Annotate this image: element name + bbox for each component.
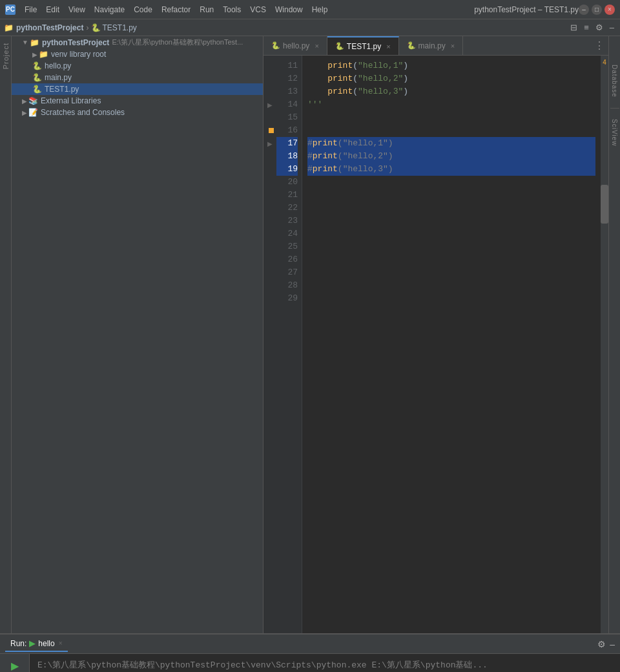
tree-item-ext-libs[interactable]: ▶ 📚 External Libraries	[12, 95, 263, 107]
code-comment-19-rest: ("hello,3")	[338, 163, 393, 176]
menu-view[interactable]: View	[65, 4, 89, 16]
database-icon[interactable]: Database	[610, 62, 619, 100]
code-line-17: # print("hello,1")	[307, 137, 595, 150]
tree-hello-label: hello.py	[45, 61, 71, 70]
tree-main-label: main.py	[45, 73, 72, 82]
menu-tools[interactable]: Tools	[219, 4, 245, 16]
code-comment-17-rest: ("hello,1")	[338, 137, 393, 150]
menu-run[interactable]: Run	[196, 4, 218, 16]
menu-navigate[interactable]: Navigate	[90, 4, 129, 16]
hide-panel-icon[interactable]: –	[608, 21, 616, 34]
project-tabbar: 📁 pythonTestProject › 🐍 TEST1.py ⊟ ≡ ⚙ –	[0, 19, 620, 36]
run-tabbar: Run: ▶ hello × ⚙ –	[0, 635, 620, 654]
ln-11: 11	[276, 59, 298, 72]
collapse-all-icon[interactable]: ⊟	[568, 21, 579, 34]
code-close-12: )	[403, 72, 408, 85]
test1-tab-label: TEST1.py	[347, 42, 381, 51]
main-tab-label: main.py	[418, 41, 446, 50]
gutter-19	[264, 163, 276, 176]
ext-libs-icon: 📚	[28, 96, 38, 105]
run-tab-hello[interactable]: Run: ▶ hello ×	[5, 636, 68, 652]
ln-20: 20	[276, 176, 298, 189]
code-line-14: '''	[307, 98, 595, 111]
code-line-12: print("hello,2")	[307, 72, 595, 85]
run-settings-icon[interactable]: ⚙	[597, 639, 606, 649]
run-tab-close[interactable]: ×	[59, 640, 63, 647]
code-line-20	[307, 176, 595, 189]
project-name[interactable]: pythonTestProject	[16, 23, 83, 32]
run-name-label: hello	[38, 639, 54, 648]
fold-icon-14[interactable]: ▶	[267, 101, 273, 109]
code-comment-18-rest: ("hello,2")	[338, 150, 393, 163]
ln-18: 18	[276, 150, 298, 163]
run-minimize-icon[interactable]: –	[610, 639, 615, 649]
tree-item-test1[interactable]: 🐍 TEST1.py	[12, 83, 263, 95]
tab-hello[interactable]: 🐍 hello.py ×	[264, 36, 327, 55]
menu-code[interactable]: Code	[130, 4, 156, 16]
tab-test1[interactable]: 🐍 TEST1.py ×	[327, 36, 399, 55]
tab-main[interactable]: 🐍 main.py ×	[399, 36, 463, 55]
tree-item-main[interactable]: 🐍 main.py	[12, 72, 263, 83]
project-vertical-label[interactable]: Project	[2, 43, 10, 69]
tree-item-hello[interactable]: 🐍 hello.py	[12, 60, 263, 72]
close-button[interactable]: ×	[604, 5, 615, 15]
settings-icon[interactable]: ⚙	[594, 21, 605, 34]
ln-14: 14	[276, 98, 298, 111]
test1-tab-close[interactable]: ×	[386, 43, 390, 50]
menu-refactor[interactable]: Refactor	[158, 4, 194, 16]
gutter-11	[264, 59, 276, 72]
ext-libs-arrow: ▶	[22, 98, 27, 105]
breadcrumb-separator: ›	[86, 23, 88, 32]
tree-item-venv[interactable]: ▶ 📁 venv library root	[12, 48, 263, 60]
code-gutter: ▶ ▶	[264, 56, 276, 633]
code-comment-18: #	[307, 150, 313, 163]
maximize-button[interactable]: □	[592, 5, 602, 15]
current-file[interactable]: TEST1.py	[102, 23, 136, 32]
ln-26: 26	[276, 253, 298, 266]
menu-help[interactable]: Help	[308, 4, 332, 16]
ln-29: 29	[276, 292, 298, 305]
code-close-13: )	[403, 85, 408, 98]
gutter-15	[264, 111, 276, 124]
minimize-button[interactable]: –	[579, 5, 589, 15]
run-settings: ⚙ –	[597, 639, 615, 649]
code-content[interactable]: print("hello,1") print("hello,2") print(…	[302, 56, 601, 633]
tree-ext-libs-label: External Libraries	[41, 96, 101, 105]
tree-root-name: pythonTestProject	[42, 38, 109, 47]
run-output: E:\第八星系\python基础教程\pythonTestProject\ven…	[30, 654, 620, 672]
ln-19: 19	[276, 163, 298, 176]
test1-tab-icon: 🐍	[335, 42, 344, 50]
code-line-16	[307, 124, 595, 137]
menu-file[interactable]: File	[21, 4, 41, 16]
ln-17: 17	[276, 137, 298, 150]
main-tab-close[interactable]: ×	[451, 42, 455, 50]
hello-py-icon: 🐍	[32, 61, 42, 70]
sciview-icon[interactable]: SciView	[610, 116, 619, 149]
test1-py-icon: 🐍	[32, 85, 42, 94]
project-folder-icon: 📁	[30, 38, 39, 47]
scrollbar-track[interactable]: 4	[601, 56, 608, 633]
scroll-to-source-icon[interactable]: ≡	[582, 21, 591, 34]
project-folder-icon: 📁	[4, 23, 14, 32]
menu-window[interactable]: Window	[271, 4, 307, 16]
app-logo: PC	[5, 5, 16, 15]
code-line-28	[307, 279, 595, 292]
tree-item-scratches[interactable]: ▶ 📝 Scratches and Consoles	[12, 107, 263, 118]
tab-overflow-icon[interactable]: ⋮	[594, 39, 604, 52]
tree-root[interactable]: ▼ 📁 pythonTestProject E:\第八星系\python基础教程…	[12, 36, 263, 48]
menu-vcs[interactable]: VCS	[246, 4, 270, 16]
tree-scratches-label: Scratches and Consoles	[41, 108, 125, 117]
gutter-14: ▶	[264, 98, 276, 111]
fold-icon-17[interactable]: ▶	[267, 140, 273, 147]
expand-arrow: ▼	[22, 39, 28, 46]
menu-edit[interactable]: Edit	[42, 4, 63, 16]
code-line-24	[307, 227, 595, 240]
code-indent	[307, 59, 327, 72]
scrollbar-thumb[interactable]	[601, 185, 608, 224]
code-line-25	[307, 240, 595, 253]
left-sidebar: Project	[0, 36, 12, 633]
hello-tab-close[interactable]: ×	[315, 42, 318, 50]
titlebar: PC File Edit View Navigate Code Refactor…	[0, 0, 620, 19]
code-editor[interactable]: ▶ ▶ 11 12 13 14 15 16 17 18 19 20 21 22	[264, 56, 608, 633]
run-play-button[interactable]: ▶	[9, 658, 21, 672]
